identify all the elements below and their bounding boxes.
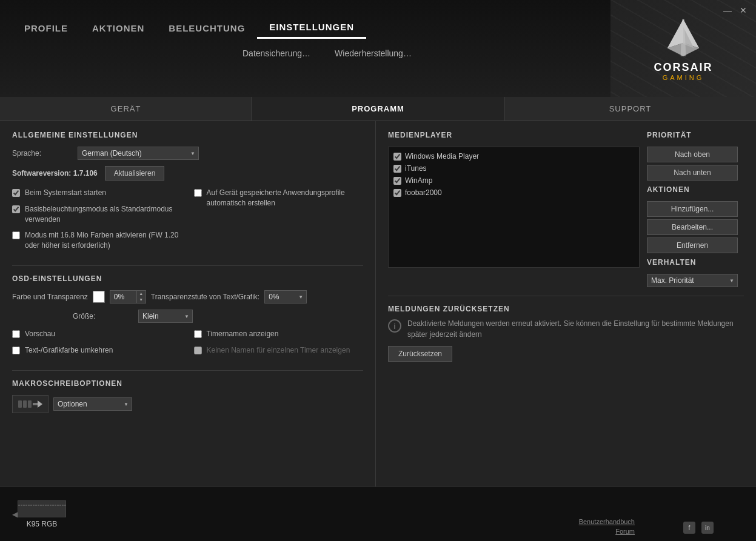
tab-support[interactable]: SUPPORT xyxy=(504,97,756,121)
corsair-logo-icon xyxy=(662,16,704,59)
key xyxy=(47,505,49,506)
keyboard-keys xyxy=(18,505,66,513)
nav-bar: PROFILE AKTIONEN BELEUCHTUNG EINSTELLUNG… xyxy=(0,17,366,39)
key xyxy=(52,505,54,506)
aktionen-title: AKTIONEN xyxy=(647,185,744,194)
osd-farbe-spin-up[interactable]: ▲ xyxy=(137,291,146,297)
nav-tab-aktionen[interactable]: AKTIONEN xyxy=(80,18,156,38)
right-top: MEDIENPLAYER Windows Media Player iTunes xyxy=(388,131,744,287)
key xyxy=(64,505,66,506)
osd-farbe-row: Farbe und Transparenz ▲ ▼ Transparenzstu… xyxy=(12,290,363,304)
footer-social-icons: f in xyxy=(683,522,714,534)
sprache-select[interactable]: German (Deutsch) English French xyxy=(78,147,199,160)
key xyxy=(30,505,32,506)
close-button[interactable]: ✕ xyxy=(738,5,749,16)
checkbox-basisbeleuchtung: Basisbeleuchtungsmodus als Standardmodus… xyxy=(12,204,182,225)
tab-programm[interactable]: PROGRAMM xyxy=(252,97,504,121)
sub-nav-datensicherung[interactable]: Datensicherung… xyxy=(243,48,310,58)
osd-color-picker[interactable] xyxy=(93,291,105,303)
key xyxy=(33,505,35,506)
nav-tab-beleuchtung[interactable]: BELEUCHTUNG xyxy=(156,18,257,38)
osd-farbe-input[interactable] xyxy=(110,290,137,304)
right-panel: MEDIENPLAYER Windows Media Player iTunes xyxy=(376,121,756,486)
nach-unten-button[interactable]: Nach unten xyxy=(647,165,738,181)
checkbox-16mio-input[interactable] xyxy=(12,231,20,239)
bearbeiten-button[interactable]: Bearbeiten... xyxy=(647,219,738,235)
meldungen-title: MELDUNGEN ZURÜCKSETZEN xyxy=(388,305,744,313)
checkbox-vorschau-input[interactable] xyxy=(12,330,20,338)
medienplayer-section: MEDIENPLAYER Windows Media Player iTunes xyxy=(388,131,640,287)
scroll-left-button[interactable]: ◀ xyxy=(12,510,18,519)
checkbox-textfarbe-input[interactable] xyxy=(12,347,20,354)
update-button[interactable]: Aktualisieren xyxy=(105,166,165,181)
cb-textfarbe-row: Text-/Grafikfarbe umkehren xyxy=(12,345,182,356)
osd-transparenz-label: Transparenzstufe von Text/Grafik: xyxy=(151,293,259,301)
footer-links: Benutzerhandbuch Forum xyxy=(579,518,635,535)
makro-select[interactable]: Optionen Option 1 Option 2 xyxy=(53,397,132,411)
checkbox-systemstart-input[interactable] xyxy=(12,189,20,197)
nav-tab-profile[interactable]: PROFILE xyxy=(12,18,80,38)
checkbox-timernamen-label: Timernamen anzeigen xyxy=(207,329,279,339)
key xyxy=(42,505,44,506)
checkbox-textfarbe-label: Text-/Grafikfarbe umkehren xyxy=(25,345,113,356)
key xyxy=(38,505,39,506)
footer-link-forum[interactable]: Forum xyxy=(615,528,635,535)
nav-tab-einstellungen[interactable]: EINSTELLUNGEN xyxy=(257,17,366,39)
checkbox-auto-input[interactable] xyxy=(194,189,202,197)
prioritaet-title: PRIORITÄT xyxy=(647,131,744,139)
osd-groesse-select[interactable]: Klein Mittel Groß xyxy=(138,310,193,323)
footer-link-handbuch[interactable]: Benutzerhandbuch xyxy=(579,518,635,525)
osd-cb-right: Timernamen anzeigen Keinen Namen für ein… xyxy=(194,329,364,362)
sub-nav-wiederherstellung[interactable]: Wiederherstellung… xyxy=(335,48,412,58)
key xyxy=(23,505,25,506)
osd-farbe-label: Farbe und Transparenz xyxy=(12,293,88,301)
verhalten-section: VERHALTEN Max. Priorität Min. Priorität … xyxy=(647,258,744,287)
osd-groesse-row: Größe: Klein Mittel Groß xyxy=(12,310,363,323)
osd-cb-left: Vorschau Text-/Grafikfarbe umkehren xyxy=(12,329,182,362)
minimize-button[interactable]: — xyxy=(722,5,733,16)
osd-farbe-spin-btns: ▲ ▼ xyxy=(137,290,146,304)
sub-tabs: GERÄT PROGRAMM SUPPORT xyxy=(0,97,756,121)
osd-transparenz-wrapper: 0% 25% 50% 75% xyxy=(264,290,307,304)
tab-geraet[interactable]: GERÄT xyxy=(0,97,252,121)
left-panel: ALLGEMEINE EINSTELLUNGEN Sprache: German… xyxy=(0,121,376,486)
header: PROFILE AKTIONEN BELEUCHTUNG EINSTELLUNG… xyxy=(0,0,756,97)
osd-title: OSD-EINSTELLUNGEN xyxy=(12,274,363,283)
media-item-itunes: iTunes xyxy=(393,164,634,173)
checkbox-foobar[interactable] xyxy=(393,189,401,197)
hinzufuegen-button[interactable]: Hinzufügen... xyxy=(647,201,738,217)
media-label-itunes: iTunes xyxy=(405,164,427,173)
osd-transparenz-select[interactable]: 0% 25% 50% 75% xyxy=(264,290,307,304)
makro-title: MAKROSCHREIBOPTIONEN xyxy=(12,379,363,388)
nach-oben-button[interactable]: Nach oben xyxy=(647,147,738,162)
svg-rect-0 xyxy=(18,400,22,408)
checkbox-itunes[interactable] xyxy=(393,165,401,173)
key xyxy=(55,505,56,506)
zuruecksetzen-button[interactable]: Zurücksetzen xyxy=(388,346,452,362)
checkbox-winamp[interactable] xyxy=(393,177,401,185)
checkbox-keintimer-input xyxy=(194,347,202,354)
device-name: K95 RGB xyxy=(27,520,58,528)
osd-farbe-spinner: ▲ ▼ xyxy=(110,290,146,304)
keyboard-image xyxy=(18,500,66,517)
footer-facebook-icon[interactable]: f xyxy=(683,522,695,534)
title-bar: — ✕ xyxy=(715,0,756,21)
checkbox-right: Auf Gerät gespeicherte Anwendungsprofile… xyxy=(194,188,364,257)
osd-farbe-spin-down[interactable]: ▼ xyxy=(137,297,146,303)
key xyxy=(40,505,42,506)
verhalten-title: VERHALTEN xyxy=(647,258,744,267)
checkbox-basis-input[interactable] xyxy=(12,205,20,213)
makro-icon xyxy=(12,395,49,413)
sprache-select-wrapper: German (Deutsch) English French xyxy=(78,147,199,160)
cb-timernamen-row: Timernamen anzeigen xyxy=(194,329,364,339)
allgemein-title: ALLGEMEINE EINSTELLUNGEN xyxy=(12,131,363,139)
footer-linkedin-icon[interactable]: in xyxy=(701,522,714,534)
checkbox-timernamen-input[interactable] xyxy=(194,330,202,338)
key xyxy=(59,505,61,506)
checkbox-wmp[interactable] xyxy=(393,153,401,161)
entfernen-button[interactable]: Entfernen xyxy=(647,237,738,253)
verhalten-select[interactable]: Max. Priorität Min. Priorität Keine xyxy=(647,274,738,287)
media-label-wmp: Windows Media Player xyxy=(405,152,479,161)
info-icon: i xyxy=(388,319,401,333)
media-label-foobar: foobar2000 xyxy=(405,188,442,197)
